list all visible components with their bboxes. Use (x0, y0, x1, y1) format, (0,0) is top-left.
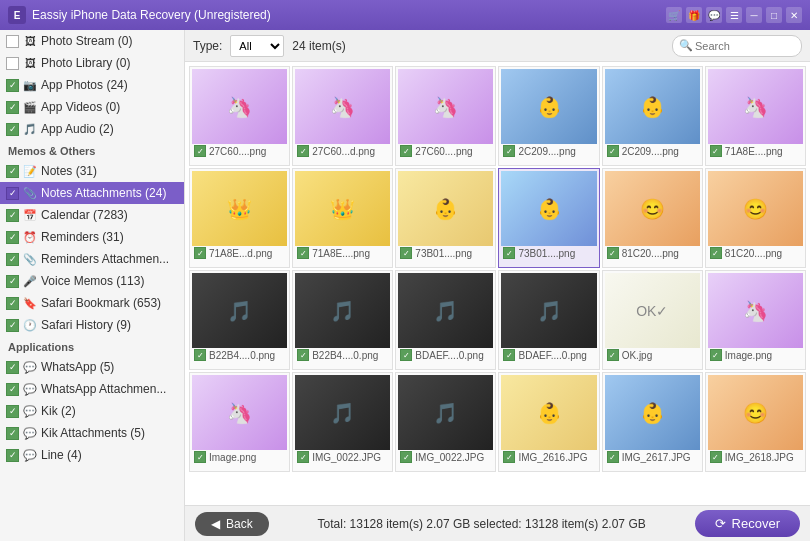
menu-button[interactable]: ☰ (726, 7, 742, 23)
sidebar-item-reminders[interactable]: ✓ ⏰ Reminders (31) (0, 226, 184, 248)
grid-item[interactable]: 🎵 ✓ BDAEF....0.png (395, 270, 496, 370)
checkbox-notes-attachments[interactable]: ✓ (6, 187, 19, 200)
checkbox-notes[interactable]: ✓ (6, 165, 19, 178)
grid-item[interactable]: 👶 ✓ IMG_2616.JPG (498, 372, 599, 472)
grid-checkbox[interactable]: ✓ (297, 349, 309, 361)
grid-item[interactable]: 👶 ✓ 2C209....png (602, 66, 703, 166)
sidebar-item-notes-attachments[interactable]: ✓ 📎 Notes Attachments (24) (0, 182, 184, 204)
sidebar-item-app-audio[interactable]: ✓ 🎵 App Audio (2) (0, 118, 184, 140)
grid-checkbox[interactable]: ✓ (710, 451, 722, 463)
recover-button[interactable]: ⟳ Recover (695, 510, 800, 537)
grid-item[interactable]: 😊 ✓ 81C20....png (705, 168, 806, 268)
grid-item[interactable]: 🎵 ✓ B22B4....0.png (189, 270, 290, 370)
checkbox-app-videos[interactable]: ✓ (6, 101, 19, 114)
grid-checkbox[interactable]: ✓ (297, 145, 309, 157)
grid-checkbox[interactable]: ✓ (607, 247, 619, 259)
checkbox-calendar[interactable]: ✓ (6, 209, 19, 222)
sidebar-item-calendar[interactable]: ✓ 📅 Calendar (7283) (0, 204, 184, 226)
grid-item[interactable]: 👑 ✓ 71A8E....png (292, 168, 393, 268)
minimize-window-button[interactable]: ─ (746, 7, 762, 23)
sidebar-item-safari-history[interactable]: ✓ 🕐 Safari History (9) (0, 314, 184, 336)
grid-checkbox[interactable]: ✓ (194, 451, 206, 463)
grid-checkbox[interactable]: ✓ (194, 247, 206, 259)
grid-checkbox[interactable]: ✓ (607, 349, 619, 361)
recover-icon: ⟳ (715, 516, 726, 531)
minimize-button[interactable]: 🛒 (666, 7, 682, 23)
grid-item-name: 2C209....png (518, 146, 575, 157)
grid-item[interactable]: 🎵 ✓ IMG_0022.JPG (395, 372, 496, 472)
grid-item[interactable]: 🦄 ✓ 27C60...d.png (292, 66, 393, 166)
checkbox-photo-library[interactable] (6, 57, 19, 70)
type-label: Type: (193, 39, 222, 53)
sidebar-item-notes[interactable]: ✓ 📝 Notes (31) (0, 160, 184, 182)
grid-checkbox[interactable]: ✓ (503, 247, 515, 259)
sidebar-item-whatsapp[interactable]: ✓ 💬 WhatsApp (5) (0, 356, 184, 378)
grid-item[interactable]: 🦄 ✓ 71A8E....png (705, 66, 806, 166)
grid-checkbox[interactable]: ✓ (607, 145, 619, 157)
grid-item[interactable]: 😊 ✓ IMG_2618.JPG (705, 372, 806, 472)
checkbox-app-photos[interactable]: ✓ (6, 79, 19, 92)
checkbox-app-audio[interactable]: ✓ (6, 123, 19, 136)
chat-button[interactable]: 💬 (706, 7, 722, 23)
grid-checkbox[interactable]: ✓ (297, 451, 309, 463)
maximize-window-button[interactable]: □ (766, 7, 782, 23)
back-button[interactable]: ◀ Back (195, 512, 269, 536)
kik-label: Kik (2) (41, 404, 76, 418)
grid-item[interactable]: 👑 ✓ 71A8E...d.png (189, 168, 290, 268)
sidebar-item-safari-bookmark[interactable]: ✓ 🔖 Safari Bookmark (653) (0, 292, 184, 314)
sidebar-item-photo-library[interactable]: 🖼 Photo Library (0) (0, 52, 184, 74)
checkbox-kik-attachments[interactable]: ✓ (6, 427, 19, 440)
grid-checkbox[interactable]: ✓ (194, 349, 206, 361)
grid-checkbox[interactable]: ✓ (710, 145, 722, 157)
sidebar-item-line[interactable]: ✓ 💬 Line (4) (0, 444, 184, 466)
checkbox-reminders-attachments[interactable]: ✓ (6, 253, 19, 266)
grid-item[interactable]: 😊 ✓ 81C20....png (602, 168, 703, 268)
grid-item[interactable]: 🦄 ✓ Image.png (705, 270, 806, 370)
grid-item-name: 73B01....png (415, 248, 472, 259)
checkbox-kik[interactable]: ✓ (6, 405, 19, 418)
grid-checkbox[interactable]: ✓ (400, 349, 412, 361)
sidebar-item-app-videos[interactable]: ✓ 🎬 App Videos (0) (0, 96, 184, 118)
checkbox-line[interactable]: ✓ (6, 449, 19, 462)
checkbox-whatsapp[interactable]: ✓ (6, 361, 19, 374)
grid-item[interactable]: 🦄 ✓ 27C60....png (395, 66, 496, 166)
grid-checkbox[interactable]: ✓ (710, 247, 722, 259)
grid-checkbox[interactable]: ✓ (400, 247, 412, 259)
grid-checkbox[interactable]: ✓ (400, 145, 412, 157)
grid-checkbox[interactable]: ✓ (194, 145, 206, 157)
checkbox-photo-stream[interactable] (6, 35, 19, 48)
checkbox-reminders[interactable]: ✓ (6, 231, 19, 244)
grid-item[interactable]: 🎵 ✓ IMG_0022.JPG (292, 372, 393, 472)
checkbox-safari-history[interactable]: ✓ (6, 319, 19, 332)
grid-checkbox[interactable]: ✓ (503, 349, 515, 361)
close-window-button[interactable]: ✕ (786, 7, 802, 23)
grid-item[interactable]: 👶 ✓ 2C209....png (498, 66, 599, 166)
grid-item[interactable]: 👶 ✓ 73B01....png (395, 168, 496, 268)
sidebar-item-photo-stream[interactable]: 🖼 Photo Stream (0) (0, 30, 184, 52)
checkbox-whatsapp-attachments[interactable]: ✓ (6, 383, 19, 396)
notes-icon: 📝 (23, 164, 37, 178)
grid-checkbox[interactable]: ✓ (400, 451, 412, 463)
sidebar-item-kik[interactable]: ✓ 💬 Kik (2) (0, 400, 184, 422)
sidebar-item-reminders-attachments[interactable]: ✓ 📎 Reminders Attachmen... (0, 248, 184, 270)
sidebar-item-whatsapp-attachments[interactable]: ✓ 💬 WhatsApp Attachmen... (0, 378, 184, 400)
grid-item[interactable]: 👶 ✓ IMG_2617.JPG (602, 372, 703, 472)
grid-checkbox[interactable]: ✓ (710, 349, 722, 361)
grid-item[interactable]: 🎵 ✓ BDAEF....0.png (498, 270, 599, 370)
grid-checkbox[interactable]: ✓ (503, 145, 515, 157)
grid-item[interactable]: OK✓ ✓ OK.jpg (602, 270, 703, 370)
grid-checkbox[interactable]: ✓ (503, 451, 515, 463)
grid-item[interactable]: 🦄 ✓ 27C60....png (189, 66, 290, 166)
sidebar-item-voice-memos[interactable]: ✓ 🎤 Voice Memos (113) (0, 270, 184, 292)
grid-checkbox[interactable]: ✓ (297, 247, 309, 259)
sidebar-item-app-photos[interactable]: ✓ 📷 App Photos (24) (0, 74, 184, 96)
gift-button[interactable]: 🎁 (686, 7, 702, 23)
sidebar-item-kik-attachments[interactable]: ✓ 💬 Kik Attachments (5) (0, 422, 184, 444)
checkbox-safari-bookmark[interactable]: ✓ (6, 297, 19, 310)
type-select[interactable]: All PNG JPG (230, 35, 284, 57)
grid-checkbox[interactable]: ✓ (607, 451, 619, 463)
checkbox-voice-memos[interactable]: ✓ (6, 275, 19, 288)
grid-item[interactable]: 👶 ✓ 73B01....png (498, 168, 599, 268)
grid-item[interactable]: 🦄 ✓ Image.png (189, 372, 290, 472)
grid-item[interactable]: 🎵 ✓ B22B4....0.png (292, 270, 393, 370)
